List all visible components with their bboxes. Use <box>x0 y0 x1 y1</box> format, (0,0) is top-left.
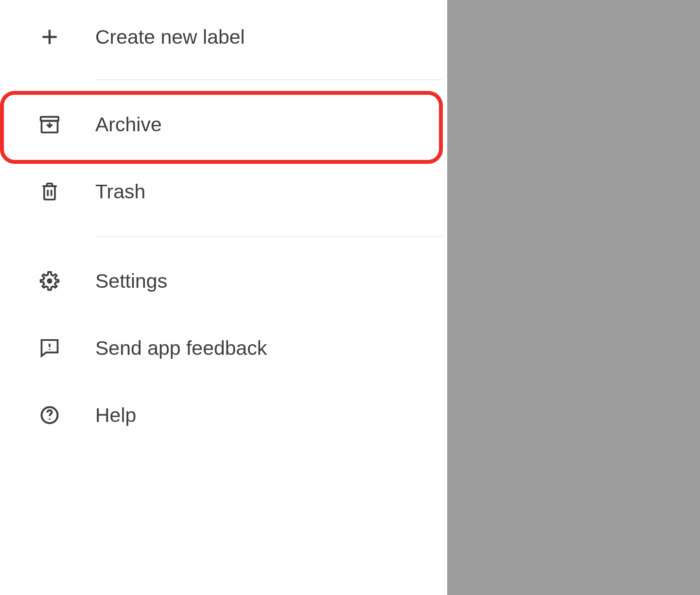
plus-icon <box>38 25 61 49</box>
menu-item-label: Send app feedback <box>95 337 267 360</box>
help-item[interactable]: Help <box>0 382 447 449</box>
help-icon <box>38 403 61 427</box>
archive-icon <box>38 113 61 136</box>
menu-item-label: Trash <box>95 180 145 203</box>
menu-item-label: Create new label <box>95 26 245 49</box>
navigation-drawer: Create new label Archive Trash <box>0 0 447 595</box>
svg-rect-3 <box>41 117 59 121</box>
svg-point-10 <box>49 419 50 420</box>
trash-item[interactable]: Trash <box>0 158 447 225</box>
menu-item-label: Settings <box>95 270 167 293</box>
svg-point-6 <box>47 279 52 284</box>
trash-icon <box>38 180 61 203</box>
gear-icon <box>38 269 61 293</box>
menu-item-label: Help <box>95 404 136 427</box>
menu-item-label: Archive <box>95 113 162 136</box>
feedback-icon <box>38 336 61 360</box>
send-feedback-item[interactable]: Send app feedback <box>0 315 447 382</box>
create-new-label-item[interactable]: Create new label <box>0 3 447 70</box>
settings-item[interactable]: Settings <box>0 247 447 315</box>
archive-item[interactable]: Archive <box>0 91 447 158</box>
